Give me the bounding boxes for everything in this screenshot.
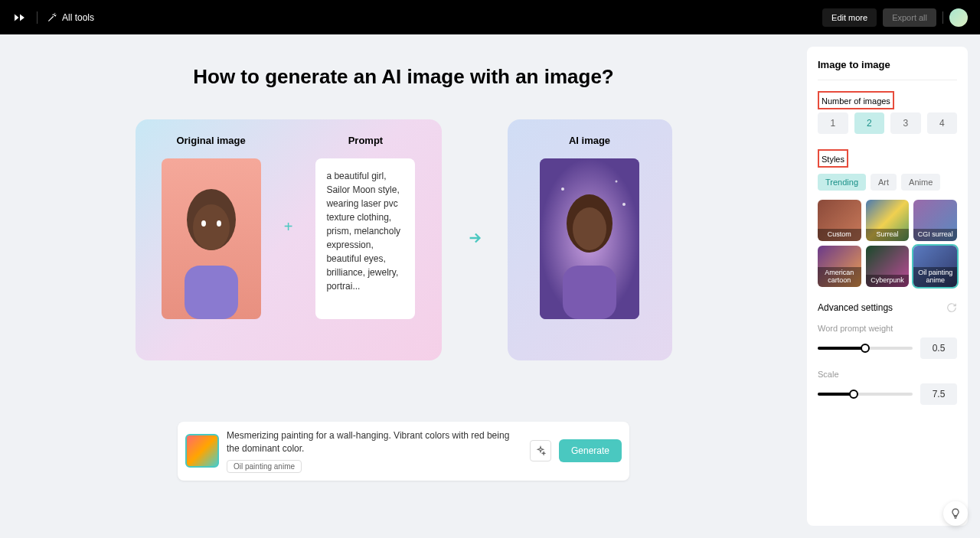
plus-icon: +: [284, 218, 293, 236]
word-weight-slider[interactable]: [818, 347, 913, 350]
reset-icon[interactable]: [946, 302, 957, 313]
style-oil-painting-anime[interactable]: Oil painting anime: [913, 246, 957, 287]
scale-slider[interactable]: [818, 393, 913, 396]
svg-point-10: [616, 181, 618, 183]
header-left: All tools: [12, 10, 94, 25]
style-tab-anime[interactable]: Anime: [901, 174, 940, 191]
scale-value[interactable]: 7.5: [920, 383, 957, 405]
all-tools-button[interactable]: All tools: [47, 12, 94, 23]
sidebar-title: Image to image: [818, 59, 957, 80]
style-tabs: TrendingArtAnime: [818, 174, 957, 191]
style-label: Oil painting anime: [913, 267, 957, 287]
edit-more-button[interactable]: Edit more: [822, 8, 877, 27]
svg-point-7: [573, 207, 606, 250]
original-image-label: Original image: [176, 135, 245, 146]
divider: [942, 11, 943, 24]
ai-image: [540, 158, 639, 319]
num-images-row: 1234: [818, 112, 957, 134]
style-label: Surreal: [866, 229, 910, 241]
user-avatar[interactable]: [949, 8, 968, 27]
word-weight-value[interactable]: 0.5: [920, 337, 957, 359]
demo-card-output: AI image: [508, 119, 672, 360]
style-label: Cyberpunk: [866, 275, 910, 287]
style-american-cartoon[interactable]: American cartoon: [818, 246, 861, 287]
sidebar: Image to image Number of images 1234 Sty…: [807, 47, 968, 526]
divider: [37, 11, 38, 24]
wand-icon: [47, 12, 57, 23]
styles-label: Styles: [822, 155, 844, 164]
export-all-button[interactable]: Export all: [883, 8, 936, 27]
style-tab-art[interactable]: Art: [871, 174, 897, 191]
style-surreal[interactable]: Surreal: [866, 200, 910, 241]
header-right: Edit more Export all: [822, 8, 968, 27]
scale-label: Scale: [818, 370, 957, 379]
svg-point-4: [217, 220, 221, 227]
all-tools-label: All tools: [62, 12, 94, 23]
word-weight-slider-row: 0.5: [818, 337, 957, 359]
num-option-3[interactable]: 3: [890, 112, 921, 134]
svg-point-9: [561, 187, 564, 191]
styles-label-highlight: Styles: [818, 149, 848, 168]
advanced-label: Advanced settings: [818, 302, 893, 313]
prompt-label: Prompt: [348, 135, 384, 146]
svg-point-11: [622, 203, 626, 206]
generate-button[interactable]: Generate: [559, 439, 622, 462]
original-image: [162, 158, 261, 319]
prompt-example: a beautiful girl, Sailor Moon style, wea…: [315, 158, 415, 319]
word-weight-label: Word prompt weight: [818, 324, 957, 333]
num-images-label: Number of images: [822, 96, 890, 106]
svg-rect-8: [563, 266, 616, 319]
svg-point-1: [193, 204, 230, 250]
main-area: How to generate an AI image with an imag…: [0, 34, 980, 538]
svg-rect-2: [185, 266, 238, 319]
sparkle-icon: [535, 445, 546, 456]
num-option-4[interactable]: 4: [927, 112, 958, 134]
style-label: American cartoon: [818, 267, 861, 287]
num-option-2[interactable]: 2: [854, 112, 885, 134]
style-label: CGI surreal: [913, 229, 957, 241]
app-header: All tools Edit more Export all: [0, 0, 980, 34]
prompt-style-tag[interactable]: Oil painting anime: [227, 460, 302, 473]
style-cyberpunk[interactable]: Cyberpunk: [866, 246, 910, 287]
demo-card-input: Original image + Prompt a beautiful girl…: [136, 119, 442, 360]
help-button[interactable]: [943, 501, 968, 526]
style-tab-trending[interactable]: Trending: [818, 174, 866, 191]
page-title: How to generate an AI image with an imag…: [193, 65, 613, 89]
app-logo[interactable]: [12, 10, 28, 25]
style-label: Custom: [818, 229, 861, 241]
scale-slider-row: 7.5: [818, 383, 957, 405]
advanced-settings-row: Advanced settings: [818, 302, 957, 313]
prompt-text: Mesmerizing painting for a wall-hanging.…: [227, 429, 522, 455]
arrow-right-icon: [466, 230, 483, 250]
style-custom[interactable]: Custom: [818, 200, 861, 241]
demo-row: Original image + Prompt a beautiful girl…: [136, 119, 672, 360]
ai-image-label: AI image: [569, 135, 610, 146]
prompt-thumbnail[interactable]: [185, 434, 219, 468]
prompt-text-area[interactable]: Mesmerizing painting for a wall-hanging.…: [227, 429, 522, 473]
svg-point-3: [201, 220, 206, 227]
lightbulb-icon: [949, 507, 962, 520]
num-images-label-highlight: Number of images: [818, 91, 894, 109]
enhance-button[interactable]: [530, 440, 551, 461]
num-option-1[interactable]: 1: [818, 112, 848, 134]
prompt-bar: Mesmerizing painting for a wall-hanging.…: [178, 422, 629, 481]
style-grid: CustomSurrealCGI surrealAmerican cartoon…: [818, 200, 957, 287]
content-area: How to generate an AI image with an imag…: [0, 34, 807, 538]
style-cgi-surreal[interactable]: CGI surreal: [913, 200, 957, 241]
